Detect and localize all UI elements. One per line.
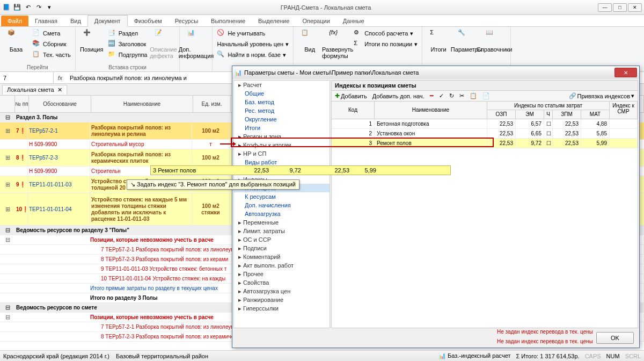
tree-item[interactable]: ▸ ОС и ССР <box>234 235 330 244</box>
btn-bind-index[interactable]: 🔗Привязка индексов ▾ <box>568 92 635 100</box>
tree-item[interactable]: Итоги <box>234 124 330 132</box>
col-basis[interactable]: Обоснование <box>29 96 91 112</box>
expand-icon[interactable]: ⊟ <box>0 227 15 234</box>
tree-item[interactable]: ▸ Свойства <box>234 278 330 287</box>
btn-paste[interactable]: 📄 <box>481 92 491 100</box>
btn-smeta[interactable]: 📄Смета <box>31 28 72 39</box>
expand-icon[interactable]: ⊞ <box>0 206 15 213</box>
btn-position[interactable]: ➕Позиция <box>79 28 105 54</box>
tree-item[interactable]: ▸ Расчет <box>234 81 330 89</box>
col-npp[interactable]: № пп <box>15 96 29 112</box>
index-row[interactable]: 1 Бетонная подготовка 22,53 6,57 ☐ 22,53… <box>332 119 638 129</box>
expand-icon[interactable]: ⊟ <box>0 304 15 311</box>
tree-item[interactable]: ▸ Лимит. затраты <box>234 227 330 235</box>
tab-resources[interactable]: Ресурсы <box>169 16 204 26</box>
tree-item[interactable]: ▸ Гиперссылки <box>234 304 330 313</box>
btn-refs[interactable]: 📖Справочники <box>481 28 507 54</box>
tree-item[interactable]: ▸ Подписи <box>234 244 330 252</box>
btn-base[interactable]: 📦База <box>3 28 29 54</box>
tab-data[interactable]: Данные <box>336 16 371 26</box>
btn-tool1[interactable]: ✓ <box>438 92 445 100</box>
btn-header[interactable]: 🔤Заголовок <box>107 39 149 49</box>
close-button[interactable]: ✕ <box>628 3 642 12</box>
tab-operations[interactable]: Операции <box>296 16 336 26</box>
expand-icon[interactable]: ⊞ <box>0 127 15 134</box>
col-unit[interactable]: Ед. изм. <box>193 96 231 112</box>
expand-icon[interactable]: ⊞ <box>0 181 15 188</box>
btn-defect[interactable]: 📝Описание дефекта <box>150 28 176 60</box>
doc-tab[interactable]: Локальная смета✕ <box>2 85 67 95</box>
tab-fizobjem[interactable]: Физобъем <box>128 16 169 26</box>
dcol-zpm[interactable]: ЗПМ <box>553 110 581 119</box>
btn-no-account[interactable]: 🚫Не учитывать <box>216 28 290 39</box>
tree-item[interactable]: ▸ Автозагрузка цен <box>234 287 330 295</box>
btn-find-norm[interactable]: 🔍Найти в норм. базе ▾ <box>216 49 290 60</box>
tree-item[interactable]: Автозагрузка <box>234 210 330 218</box>
minimize-button[interactable]: — <box>598 3 612 12</box>
btn-params[interactable]: 🔧Параметры <box>453 28 479 54</box>
col-name[interactable]: Наименование <box>91 96 193 112</box>
tree-item[interactable]: Общие <box>234 89 330 98</box>
tab-selection[interactable]: Выделение <box>252 16 296 26</box>
cell-ref[interactable]: 7 <box>0 72 54 83</box>
btn-razdel[interactable]: 📑Раздел <box>107 28 149 39</box>
btn-copy[interactable]: 📋 <box>469 92 478 100</box>
tree-item[interactable]: ▸ Ранжирование <box>234 295 330 304</box>
dialog-icon: 📊 <box>235 69 242 76</box>
tree-item[interactable]: ▸ Комментарий <box>234 252 330 261</box>
close-tab-icon[interactable]: ✕ <box>57 86 62 93</box>
btn-dopinfo[interactable]: 📊Доп. информация <box>183 28 209 60</box>
tab-view[interactable]: Вид <box>64 16 87 26</box>
btn-pos-totals[interactable]: ΣИтоги по позиции ▾ <box>353 39 419 49</box>
tree-item[interactable]: Округление <box>234 115 330 124</box>
tree-item[interactable]: ▸ Прочее <box>234 270 330 278</box>
expand-icon[interactable]: ⊞ <box>0 154 15 161</box>
btn-subgroup[interactable]: 📁Подгруппа <box>107 49 149 60</box>
dialog-titlebar[interactable]: 📊 Параметры сметы - Мои сметы\Пример пап… <box>232 66 639 79</box>
maximize-button[interactable]: □ <box>613 3 627 12</box>
dcol-mat[interactable]: МАТ <box>581 110 610 119</box>
tree-item[interactable]: ▸ Акт выполн. работ <box>234 261 330 270</box>
btn-totals[interactable]: ΣИтоги <box>426 28 451 54</box>
tree-item[interactable]: ▸ Переменные <box>234 218 330 227</box>
btn-cut[interactable]: ✂ <box>458 92 465 100</box>
index-row[interactable]: 3 Ремонт полов 22,53 9,72 ☐ 22,53 5,99 <box>332 139 638 148</box>
tree-item[interactable]: Рес. метод <box>234 106 330 115</box>
tab-document[interactable]: Документ <box>87 15 128 27</box>
tab-file[interactable]: Файл <box>1 16 28 26</box>
index-row[interactable]: 2 Установка окон 22,53 6,65 ☐ 22,53 5,85 <box>332 129 638 139</box>
dialog-close-button[interactable]: ✕ <box>614 68 637 77</box>
btn-add-dop[interactable]: Добавить доп. нач. <box>371 92 426 100</box>
btn-tech[interactable]: 📋Тех. часть <box>31 49 72 60</box>
tree-item[interactable]: К ресурсам <box>234 192 330 201</box>
btn-tool2[interactable]: ↻ <box>448 92 455 100</box>
qat-redo[interactable]: ↷ <box>34 3 43 12</box>
btn-start-level[interactable]: Начальный уровень цен ▾ <box>216 39 290 49</box>
dcol-name[interactable]: Наименование <box>375 102 487 119</box>
qat-app-icon[interactable]: 📘 <box>2 3 11 12</box>
btn-remove[interactable]: ━ <box>429 92 435 100</box>
dcol-ch[interactable]: Ч <box>544 110 553 119</box>
tree-item[interactable]: ▸ НР и СП <box>234 149 330 158</box>
qat-save[interactable]: 💾 <box>13 3 21 12</box>
tree-item[interactable]: Баз. метод <box>234 98 330 106</box>
btn-calc-method[interactable]: ⚙Способ расчета ▾ <box>353 28 419 39</box>
dcol-em[interactable]: ЭМ <box>516 110 544 119</box>
dcol-ozp[interactable]: ОЗП <box>487 110 516 119</box>
expand-icon[interactable]: ⊟ <box>0 114 15 121</box>
qat-more[interactable]: ▾ <box>45 3 54 12</box>
tree-item[interactable]: Доп. начисления <box>234 201 330 210</box>
dcol-code[interactable]: Код <box>332 102 375 119</box>
fx-icon[interactable]: fx <box>54 75 67 81</box>
dcol-cmr[interactable]: Индекс к СМР <box>610 102 638 119</box>
tree-item[interactable]: ▸ Регион и зона <box>234 132 330 141</box>
btn-expand[interactable]: {fx}Развернуть формулы <box>325 28 350 60</box>
qat-undo[interactable]: ↶ <box>24 3 32 12</box>
tree-item[interactable]: ▸ Коэф-ты к итогам <box>234 141 330 149</box>
btn-view[interactable]: 📋Вид <box>297 28 323 54</box>
btn-add[interactable]: ✚Добавить <box>334 92 368 100</box>
btn-sbornik[interactable]: 📚Сборник <box>31 39 72 49</box>
ok-button[interactable]: OK <box>596 332 634 344</box>
tab-home[interactable]: Главная <box>28 16 64 26</box>
tab-execution[interactable]: Выполнение <box>204 16 252 26</box>
